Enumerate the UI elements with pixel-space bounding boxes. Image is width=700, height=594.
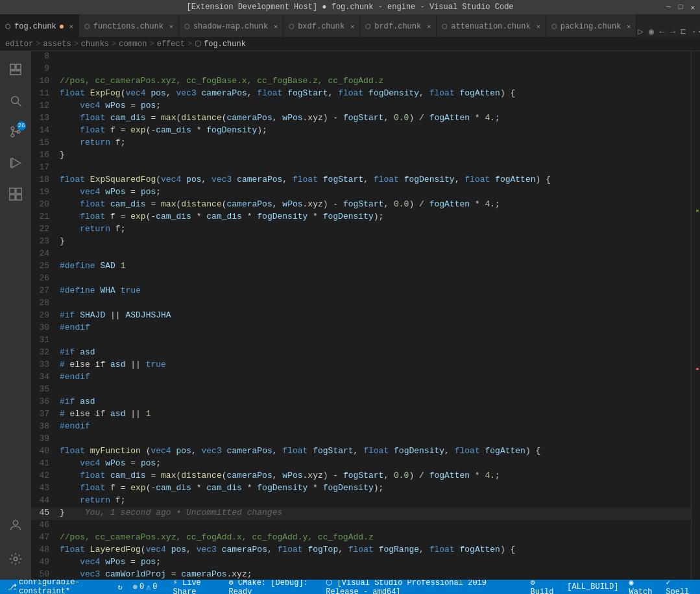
line-number: 30 — [31, 323, 57, 335]
svg-point-3 — [12, 97, 19, 104]
line-content: #endif — [57, 421, 691, 434]
sync-icon: ↻ — [117, 582, 122, 592]
tab-functions[interactable]: ⬡ functions.chunk ✕ — [79, 14, 179, 37]
title-bar: [Extension Development Host] ● fog.chunk… — [0, 0, 700, 14]
table-row: 37 # else if asd || 1 — [31, 409, 691, 421]
table-row: 26 — [31, 273, 691, 286]
breadcrumb: editor > assets > chunks > common > effe… — [0, 37, 700, 51]
tab-label-bxdf: bxdf.chunk — [298, 22, 344, 31]
breadcrumb-common[interactable]: common — [119, 40, 147, 49]
status-build[interactable]: ⚙ Build — [527, 580, 559, 594]
line-number: 33 — [31, 360, 57, 372]
line-content: float cam_dis = max(distance(cameraPos, … — [57, 199, 691, 212]
split-button[interactable]: ⊏ — [679, 26, 687, 37]
tab-attenuation[interactable]: ⬡ attenuation.chunk ✕ — [437, 14, 546, 37]
line-content: vec4 wPos = pos; — [57, 187, 691, 199]
tab-icon-functions: ⬡ — [84, 23, 90, 31]
status-sync[interactable]: ↻ — [115, 580, 125, 594]
line-number: 13 — [31, 113, 57, 125]
activity-explorer[interactable] — [0, 54, 31, 85]
back-button[interactable]: ← — [658, 27, 666, 37]
live-share-text: ⚡ Live Share — [173, 578, 219, 595]
tab-close-shadow[interactable]: ✕ — [274, 23, 278, 31]
activity-run[interactable] — [0, 147, 31, 179]
line-number: 24 — [31, 249, 57, 261]
warning-count: 0 — [152, 582, 157, 591]
status-errors[interactable]: ⊗ 0 ⚠ 0 — [130, 580, 160, 594]
tab-close-functions[interactable]: ✕ — [169, 23, 173, 31]
line-content: vec4 wPos = pos; — [57, 101, 691, 113]
line-content: # else if asd || 1 — [57, 409, 691, 421]
minimize-button[interactable]: ─ — [666, 3, 671, 11]
line-number: 8 — [31, 51, 57, 64]
warning-icon: ⚠ — [146, 582, 151, 592]
breadcrumb-assets[interactable]: assets — [43, 40, 71, 49]
activity-search[interactable] — [0, 85, 31, 116]
line-number: 44 — [31, 495, 57, 508]
close-button[interactable]: ✕ — [690, 3, 695, 12]
breadcrumb-effect[interactable]: effect — [157, 40, 185, 49]
tab-fog[interactable]: ⬡ fog.chunk ✕ — [0, 14, 79, 37]
play-button[interactable]: ▷ — [636, 26, 644, 37]
breadcrumb-sep2: > — [74, 40, 78, 49]
status-cmake[interactable]: ⚙ CMake: [Debug]: Ready — [226, 580, 318, 594]
svg-rect-11 — [16, 188, 21, 193]
status-spell[interactable]: ✓ Spell — [663, 580, 695, 594]
breadcrumb-sep4: > — [149, 40, 154, 49]
tab-close-attenuation[interactable]: ✕ — [537, 23, 540, 31]
more-button[interactable]: ··· — [690, 27, 700, 37]
watch-text: ◉ Watch — [629, 578, 655, 595]
line-number: 32 — [31, 347, 57, 360]
line-number: 48 — [31, 545, 57, 557]
line-content — [57, 298, 691, 310]
line-number: 14 — [31, 125, 57, 138]
table-row: 49 vec4 wPos = pos; — [31, 557, 691, 569]
branch-text: configurable-constraint* — [19, 578, 107, 594]
line-content — [57, 51, 691, 64]
status-live-share[interactable]: ⚡ Live Share — [171, 580, 221, 594]
tab-brdf[interactable]: ⬡ brdf.chunk ✕ — [360, 14, 437, 37]
svg-point-6 — [11, 134, 14, 137]
line-number: 34 — [31, 372, 57, 384]
activity-settings[interactable] — [0, 543, 31, 575]
tab-icon-attenuation: ⬡ — [442, 23, 448, 31]
tab-close-packing[interactable]: ✕ — [627, 23, 631, 31]
tab-close-brdf[interactable]: ✕ — [427, 23, 431, 31]
breadcrumb-chunks[interactable]: chunks — [81, 40, 109, 49]
table-row: 17 — [31, 162, 691, 175]
tab-packing[interactable]: ⬡ packing.chunk ✕ — [546, 14, 637, 37]
line-content — [57, 520, 691, 532]
table-row: 18 float ExpSquaredFog(vec4 pos, vec3 ca… — [31, 175, 691, 187]
scrollbar-area[interactable] — [691, 51, 700, 580]
eye-button[interactable]: ◉ — [647, 26, 655, 37]
tab-label-fog: fog.chunk — [14, 22, 56, 31]
activity-extensions[interactable] — [0, 179, 31, 210]
line-content — [57, 162, 691, 175]
maximize-button[interactable]: □ — [679, 3, 683, 11]
forward-button[interactable]: → — [669, 27, 677, 37]
line-content: } — [57, 150, 691, 162]
status-branch[interactable]: ⎇ configurable-constraint* — [5, 580, 110, 594]
svg-rect-13 — [16, 195, 21, 200]
tab-bxdf[interactable]: ⬡ bxdf.chunk ✕ — [284, 14, 360, 37]
vs-text: ⬡ [Visual Studio Professional 2019 Relea… — [326, 578, 520, 595]
line-number: 10 — [31, 76, 57, 88]
line-number: 12 — [31, 101, 57, 113]
table-row: 30 #endif — [31, 323, 691, 335]
activity-source-control[interactable]: 26 — [0, 116, 31, 147]
code-editor[interactable]: 8 9 10 //pos, cc_cameraPos.xyz, cc_fogBa… — [31, 51, 691, 580]
table-row: 10 //pos, cc_cameraPos.xyz, cc_fogBase.x… — [31, 76, 691, 88]
tab-close-bxdf[interactable]: ✕ — [350, 23, 354, 31]
status-watch[interactable]: ◉ Watch — [626, 580, 658, 594]
tab-shadow[interactable]: ⬡ shadow-map.chunk ✕ — [179, 14, 284, 37]
activity-accounts[interactable] — [0, 510, 31, 541]
tab-close-fog[interactable]: ✕ — [69, 23, 73, 31]
line-content: } You, 1 second ago • Uncommitted change… — [57, 508, 691, 520]
status-build-type[interactable]: [ALL_BUILD] — [564, 580, 621, 594]
tab-icon-packing: ⬡ — [551, 23, 557, 31]
line-content: #if asd — [57, 347, 691, 360]
breadcrumb-editor[interactable]: editor — [5, 40, 33, 49]
status-vs[interactable]: ⬡ [Visual Studio Professional 2019 Relea… — [323, 580, 522, 594]
tab-icon-shadow: ⬡ — [184, 23, 190, 31]
line-content: float f = exp(-cam_dis * cam_dis * fogDe… — [57, 483, 691, 495]
